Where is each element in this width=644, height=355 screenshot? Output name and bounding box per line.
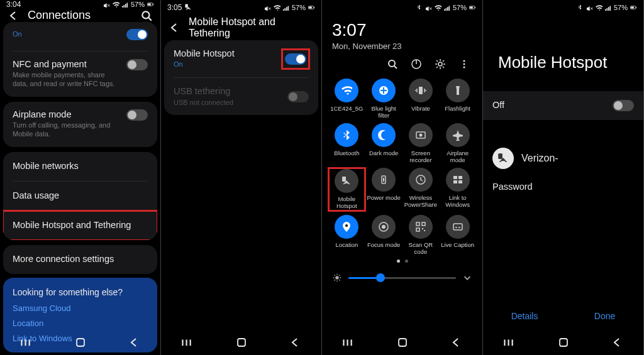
clock: 3:04 [6, 0, 21, 9]
nav-back[interactable] [125, 336, 143, 349]
nav-back[interactable] [447, 336, 465, 349]
qs-circle [446, 123, 470, 147]
qs-label: Focus mode [367, 242, 400, 256]
qs-label: Airplane mode [439, 150, 476, 164]
hotspot-big-icon [492, 148, 514, 169]
qs-tile-darkmode[interactable]: Dark mode [365, 123, 402, 164]
sun-icon [332, 273, 342, 283]
focus-icon [378, 221, 389, 232]
status-icons: 57% [103, 1, 154, 8]
qs-tile-power[interactable]: Power mode [365, 168, 402, 211]
qs-label: Vibrate [411, 106, 430, 119]
qs-tile-vibrate[interactable]: Vibrate [402, 79, 440, 119]
mobile-networks-row[interactable]: Mobile networks [3, 152, 157, 181]
card-hotspot: Mobile Hotspot On USB tethering USB not … [164, 40, 318, 115]
nav-recents[interactable] [179, 336, 197, 349]
prev-toggle[interactable] [126, 29, 148, 40]
page-title: Connections [28, 9, 131, 22]
back-button[interactable] [169, 22, 180, 33]
nav-recents[interactable] [340, 336, 358, 349]
link-samsung-cloud[interactable]: Samsung Cloud [13, 303, 148, 313]
action-bar: Details Done [483, 305, 643, 327]
qs-tile-screenrec[interactable]: Screen recorder [402, 123, 440, 164]
hotspot-tethering-row[interactable]: Mobile Hotspot and Tethering [3, 211, 157, 240]
mobile-hotspot-row[interactable]: Mobile Hotspot On [164, 40, 318, 77]
nav-back[interactable] [608, 336, 626, 349]
qs-circle [335, 169, 358, 193]
card-network-info: Verizon- Password [483, 139, 643, 210]
bluetooth-icon [341, 129, 352, 141]
airplane-row[interactable]: Airplane mode Turn off calling, messagin… [3, 102, 157, 147]
card-more: More connection settings [3, 245, 157, 274]
qs-tile-qr[interactable]: Scan QR code [402, 215, 440, 256]
qs-tile-location[interactable]: Location [328, 215, 365, 256]
password-row[interactable]: Password [483, 178, 643, 210]
more-connection-row[interactable]: More connection settings [3, 245, 157, 274]
brightness-slider[interactable] [348, 277, 456, 279]
hotspot-master-toggle[interactable] [613, 100, 634, 111]
search-icon [387, 58, 398, 70]
usb-tethering-row: USB tethering USB not connected [164, 78, 318, 115]
qs-tile-hotspot[interactable]: Mobile Hotspot [328, 168, 365, 211]
details-button[interactable]: Details [511, 311, 538, 321]
qs-power-button[interactable] [411, 58, 422, 70]
qs-search-button[interactable] [387, 58, 398, 70]
qs-label: Blue light filter [365, 106, 402, 119]
search-button[interactable] [140, 9, 153, 22]
header: Connections [0, 9, 160, 22]
off-label: Off [492, 100, 504, 111]
battery-icon [308, 4, 315, 11]
nfc-row[interactable]: NFC and payment Make mobile payments, sh… [3, 52, 157, 97]
brightness-expand[interactable] [462, 273, 472, 283]
qs-tile-powershare[interactable]: Wireless PowerShare [402, 168, 440, 211]
wifi-icon [112, 1, 119, 8]
qs-circle [409, 79, 433, 102]
done-button[interactable]: Done [594, 311, 615, 321]
password-label: Password [492, 182, 533, 192]
nav-home[interactable] [233, 336, 250, 349]
qs-tile-focus[interactable]: Focus mode [365, 215, 402, 256]
qs-tile-airplane[interactable]: Airplane mode [439, 123, 476, 164]
nav-home[interactable] [72, 336, 89, 349]
password-value [492, 195, 523, 202]
bluelight-icon [378, 85, 389, 96]
link-location[interactable]: Location [13, 319, 148, 328]
qs-tile-bluetooth[interactable]: Bluetooth [328, 123, 365, 164]
back-button[interactable] [8, 10, 19, 21]
nav-recents[interactable] [18, 336, 36, 349]
data-usage-row[interactable]: Data usage [3, 182, 157, 210]
usb-toggle [287, 91, 309, 102]
qs-label: Flashlight [445, 106, 470, 119]
page-indicator [322, 259, 482, 263]
vibrate-icon [415, 85, 426, 96]
nav-home[interactable] [555, 336, 572, 349]
qs-tile-wifi[interactable]: 1CE424_5G [328, 79, 365, 119]
screenrec-icon [415, 129, 426, 141]
nav-home[interactable] [394, 336, 411, 349]
nav-back[interactable] [286, 336, 304, 349]
qs-tile-caption[interactable]: Live Caption [439, 215, 476, 256]
clock: 3:05 [167, 3, 192, 12]
gear-icon [435, 58, 446, 70]
nfc-toggle[interactable] [126, 59, 148, 70]
airplane-toggle[interactable] [126, 109, 148, 121]
ssid-row[interactable]: Verizon- [483, 139, 643, 178]
ssid-value: Verizon- [521, 153, 609, 164]
qs-tile-bluelight[interactable]: Blue light filter [365, 79, 402, 119]
qs-tile-flashlight[interactable]: Flashlight [439, 79, 476, 119]
qs-settings-button[interactable] [435, 58, 446, 70]
nav-recents[interactable] [501, 336, 519, 349]
qs-circle [446, 215, 470, 239]
nav-bar [322, 330, 482, 355]
nfc-label: NFC and payment [13, 59, 121, 70]
qs-circle [372, 79, 396, 102]
status-bar: 57% [322, 0, 482, 15]
qs-tile-windows[interactable]: Link to Windows [439, 168, 476, 211]
hotspot-toggle[interactable] [285, 53, 306, 65]
hotspot-off-row[interactable]: Off [483, 91, 643, 120]
svg-rect-36 [77, 339, 84, 346]
airplane-sub: Turn off calling, messaging, and Mobile … [13, 121, 121, 139]
search-icon [140, 9, 153, 22]
qs-more-button[interactable] [458, 58, 470, 70]
usb-sub: USB not connected [174, 99, 282, 107]
